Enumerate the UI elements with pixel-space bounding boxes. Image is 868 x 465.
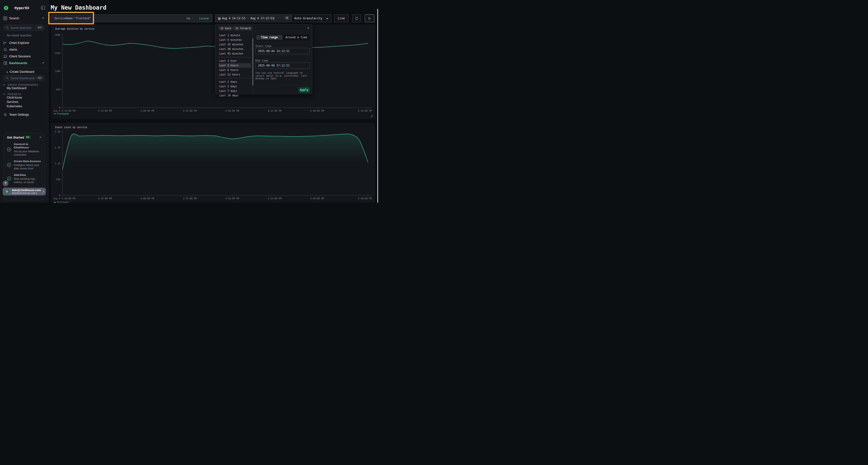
saved-dashboards-section[interactable]: SAVED DASHBOARDS (3, 82, 38, 87)
sidebar-item-team-settings[interactable]: Team Settings (0, 112, 48, 118)
shift-back-button[interactable]: 1h back (218, 26, 233, 30)
sidebar-item-search[interactable]: Search (0, 16, 48, 22)
check-circle-icon (7, 147, 11, 152)
sidebar-item-my-dashboard[interactable]: My Dashboard (7, 87, 26, 90)
get-started-item-title: Add Data (14, 173, 42, 176)
svg-text:3:50:00 PM: 3:50:00 PM (225, 197, 239, 200)
user-menu[interactable]: D dale@clickhouse.com dale@clickhouse.co… (3, 188, 46, 195)
sidebar-item-kubernetes[interactable]: Kubernetes (7, 105, 22, 108)
app-window: HyperDX Search (0, 0, 378, 203)
time-range-option[interactable]: Last 1 hour (218, 59, 251, 63)
window-scrollbar[interactable] (377, 9, 378, 203)
divider (0, 67, 48, 68)
resize-handle-icon[interactable] (371, 115, 373, 117)
create-dashboard-label: Create Dashboard (10, 70, 34, 73)
time-range-option[interactable]: Last 45 minutes (218, 51, 251, 56)
plus-icon: + (6, 70, 8, 74)
svg-text:3:00:00 PM: 3:00:00 PM (140, 109, 154, 112)
live-button[interactable]: Live (334, 14, 348, 22)
chart-explorer-icon (3, 41, 7, 45)
chevron-down-icon (3, 84, 5, 86)
svg-text:65K: 65K (56, 88, 60, 91)
search-icon (6, 77, 9, 79)
refresh-button[interactable] (352, 14, 361, 22)
time-range-option[interactable]: Last 5 minutes (218, 38, 251, 42)
end-time-input[interactable]: 2025-08-04 17:12:51 (255, 62, 310, 69)
page-title: My New Dashboard (51, 4, 106, 11)
time-range-option[interactable]: Last 1 days (218, 79, 251, 84)
svg-text:3:50:00 PM: 3:50:00 PM (225, 109, 239, 112)
bell-icon (3, 48, 7, 52)
divider (0, 22, 48, 23)
search-page-icon (3, 16, 7, 20)
presets-section[interactable]: PRESETS (3, 92, 21, 96)
sidebar-item-alerts[interactable]: Alerts (0, 47, 48, 53)
create-dashboard-button[interactable]: + Create Dashboard (0, 70, 48, 75)
lucene-toggle[interactable]: Lucene (199, 17, 209, 20)
get-started-item[interactable]: Connect to ClickHouseSet up your databas… (4, 141, 45, 158)
line-chart[interactable]: 05501.1K1.7K2.2KAug 4 2:10:00 PM2:35:00 … (51, 124, 374, 203)
time-range-option[interactable]: Last 2 days (218, 84, 251, 89)
time-range-option[interactable]: Last 30 minutes (218, 47, 251, 51)
time-range-option[interactable]: Last 12 hours (218, 72, 251, 77)
sql-toggle[interactable]: SQL (186, 17, 191, 20)
kbd-shortcut: ⌘K (36, 26, 43, 29)
natural-language-hint: You can use natural language to select d… (255, 72, 309, 80)
apply-button[interactable]: Apply (299, 87, 310, 93)
chevron-up-icon (42, 18, 44, 19)
svg-text:260K: 260K (55, 33, 60, 36)
chevron-down-icon (326, 18, 329, 19)
time-range-options: Last 1 minuteLast 5 minutesLast 15 minut… (218, 33, 251, 98)
svg-text:4:40:00 PM: 4:40:00 PM (310, 197, 324, 200)
shift-forward-button[interactable]: 1h forward (234, 26, 252, 30)
date-range-input[interactable]: Aug 4 14:12:51 - Aug 4 17:12:51 d (215, 14, 291, 22)
tab-time-range[interactable]: Time range (256, 35, 283, 40)
section-label: PRESETS (7, 93, 21, 96)
sidebar-item-services[interactable]: Services (7, 100, 18, 104)
lang-separator: | (192, 16, 193, 20)
get-started-items: Connect to ClickHouseSet up your databas… (4, 141, 45, 186)
start-time-input[interactable]: 2025-08-04 14:12:51 (255, 48, 310, 54)
chevron-up-icon[interactable] (39, 137, 42, 138)
chart-legend[interactable]: frontend (54, 201, 68, 203)
saved-searches-input[interactable]: Saved Searches ⌘K (3, 25, 45, 31)
chart-legend[interactable]: frontend (54, 112, 68, 115)
sidebar-item-chart-explorer[interactable]: Chart Explorer (0, 40, 48, 46)
time-range-option[interactable]: Last 7 days (218, 89, 251, 93)
svg-text:0: 0 (59, 106, 60, 109)
divider (218, 78, 251, 78)
brand-name: HyperDX (14, 6, 29, 10)
collapse-sidebar-icon[interactable] (41, 6, 45, 9)
line-chart[interactable]: 065K130K195K260KAug 4 2:10:00 PM2:35:00 … (51, 25, 374, 118)
scrollbar-thumb[interactable] (252, 38, 253, 86)
run-query-button[interactable] (365, 14, 374, 22)
query-input[interactable]: ServiceName:"frontend" SQL | Lucene (51, 14, 212, 22)
svg-text:195K: 195K (55, 52, 60, 55)
close-icon[interactable]: ✕ (307, 26, 309, 30)
chart-panel-average-duration: Average duration by service 065K130K195K… (51, 25, 374, 119)
saved-dashboards-input[interactable]: Saved Dashboards ⌘K (3, 75, 45, 81)
tab-around-a-time[interactable]: Around a time (283, 35, 309, 40)
granularity-select[interactable]: Auto Granularity (291, 14, 331, 22)
sidebar-item-clickhouse[interactable]: ClickHouse (7, 96, 22, 99)
legend-label: frontend (57, 201, 68, 203)
kbd-shortcut: ⌘K (36, 76, 43, 79)
time-picker-tabs: Time range Around a time (255, 34, 310, 40)
time-range-option[interactable]: Last 6 hours (218, 68, 251, 72)
hyperdx-logo-icon (4, 5, 8, 10)
query-text: ServiceName:"frontend" (54, 16, 91, 20)
time-range-option[interactable]: Last 1 minute (218, 33, 251, 38)
get-started-item[interactable]: Add DataStart sending logs, metrics, or … (4, 172, 45, 186)
svg-text:3:00:00 PM: 3:00:00 PM (140, 197, 154, 200)
help-button[interactable]: ? (3, 180, 8, 186)
time-range-option[interactable]: Last 14 days (218, 93, 251, 98)
sidebar-item-dashboards[interactable]: Dashboards (0, 61, 48, 66)
dashboards-icon (3, 61, 7, 65)
sidebar-item-client-sessions[interactable]: Client Sessions (0, 54, 48, 60)
get-started-item[interactable]: Create Data SourcesConfigure where your … (4, 158, 45, 172)
time-range-option[interactable]: Last 3 hours (218, 63, 251, 68)
time-range-option[interactable]: Last 15 minutes (218, 42, 251, 47)
search-icon (6, 26, 9, 29)
svg-text:5:10:00 PM: 5:10:00 PM (358, 197, 372, 200)
laptop-icon (3, 55, 7, 58)
